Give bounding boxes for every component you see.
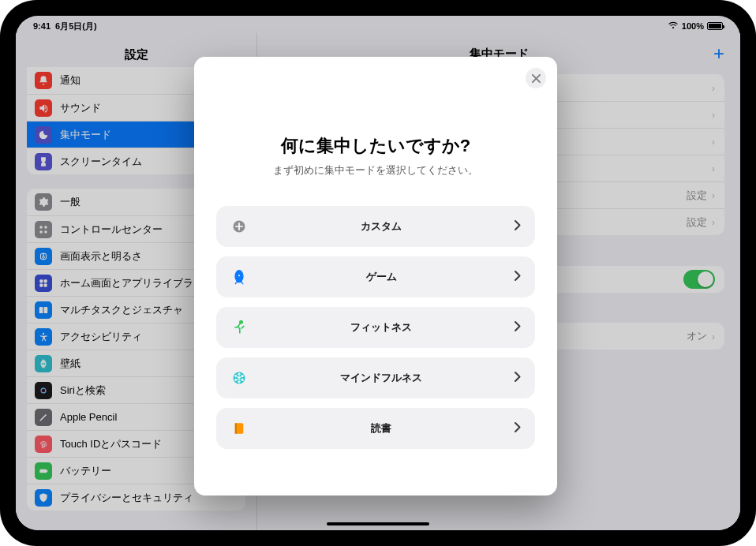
- rocket-icon: [230, 269, 248, 285]
- focus-option-mindfulness[interactable]: マインドフルネス: [216, 357, 535, 398]
- chevron-right-icon: [515, 371, 521, 385]
- focus-option-custom[interactable]: カスタム: [216, 206, 535, 247]
- chevron-right-icon: [515, 270, 521, 284]
- modal-subtitle: まず初めに集中モードを選択してください。: [216, 164, 535, 178]
- svg-point-16: [240, 321, 242, 323]
- option-label: カスタム: [248, 219, 515, 234]
- svg-rect-19: [235, 423, 237, 434]
- chevron-right-icon: [515, 421, 521, 436]
- focus-option-gaming[interactable]: ゲーム: [216, 256, 535, 297]
- focus-option-fitness[interactable]: フィットネス: [216, 307, 535, 348]
- runner-icon: [230, 320, 248, 335]
- option-label: ゲーム: [248, 270, 515, 284]
- chevron-right-icon: [515, 320, 521, 335]
- modal-title: 何に集中したいですか?: [216, 134, 535, 158]
- option-label: フィットネス: [248, 320, 515, 335]
- snowflake-icon: [230, 370, 248, 386]
- book-icon: [230, 421, 248, 436]
- new-focus-modal: 何に集中したいですか? まず初めに集中モードを選択してください。 カスタムゲーム…: [194, 57, 557, 496]
- option-label: マインドフルネス: [248, 371, 515, 385]
- close-button[interactable]: [526, 68, 546, 88]
- plus-circle-icon: [230, 219, 248, 234]
- option-label: 読書: [248, 421, 515, 436]
- chevron-right-icon: [515, 219, 521, 234]
- focus-option-reading[interactable]: 読書: [216, 408, 535, 449]
- home-indicator[interactable]: [327, 522, 429, 525]
